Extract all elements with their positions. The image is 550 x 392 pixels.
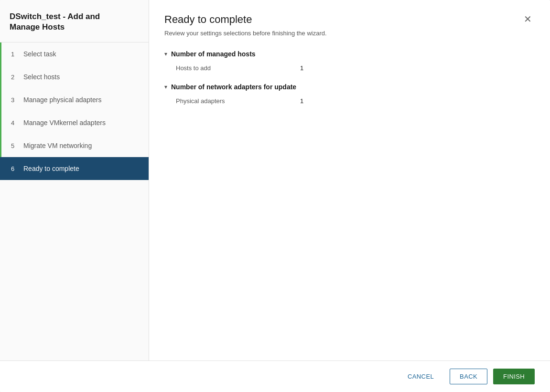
step-label: Ready to complete [23,165,79,172]
step-label: Select task [23,50,56,58]
cancel-button[interactable]: CANCEL [398,369,444,384]
close-button[interactable]: ✕ [521,13,535,25]
page-title: Ready to complete [164,13,252,26]
row-label: Physical adapters [176,97,271,105]
row-label: Hosts to add [176,64,271,72]
step-number: 5 [11,142,19,149]
close-icon: ✕ [524,14,532,24]
main-content: Ready to complete ✕ Review your settings… [149,0,550,360]
section-1: ▾Number of managed hostsHosts to add1 [164,50,535,74]
modal-body: DSwitch_test - Add and Manage Hosts 1Sel… [0,0,550,360]
sidebar-title: DSwitch_test - Add and Manage Hosts [0,0,149,42]
row-value: 1 [300,64,303,72]
section-title: Number of managed hosts [171,50,256,58]
section-title: Number of network adapters for update [171,83,296,91]
step-number: 2 [11,74,19,81]
sidebar-step-4[interactable]: 4Manage VMkernel adapters [0,111,149,134]
main-header: Ready to complete ✕ [164,13,535,26]
step-label: Migrate VM networking [23,142,92,149]
sections-container: ▾Number of managed hostsHosts to add1▾Nu… [164,50,535,116]
step-label: Manage VMkernel adapters [23,119,106,127]
section-row-1-1: Hosts to add1 [164,63,535,74]
section-row-2-1: Physical adapters1 [164,95,535,106]
step-number: 4 [11,119,19,127]
chevron-down-icon: ▾ [164,51,167,57]
row-value: 1 [300,97,303,105]
finish-button[interactable]: FINISH [493,369,535,384]
sidebar-step-3[interactable]: 3Manage physical adapters [0,88,149,111]
sidebar-step-6[interactable]: 6Ready to complete [0,157,149,180]
section-header-1[interactable]: ▾Number of managed hosts [164,50,535,58]
sidebar-step-1[interactable]: 1Select task [0,42,149,65]
modal-dialog: DSwitch_test - Add and Manage Hosts 1Sel… [0,0,550,392]
chevron-down-icon: ▾ [164,84,167,90]
page-subtitle: Review your settings selections before f… [164,30,535,37]
step-number: 1 [11,51,19,58]
modal-footer: CANCEL BACK FINISH [0,360,550,392]
section-header-2[interactable]: ▾Number of network adapters for update [164,83,535,91]
sidebar-step-2[interactable]: 2Select hosts [0,65,149,88]
sidebar-steps: 1Select task2Select hosts3Manage physica… [0,42,149,360]
step-number: 6 [11,165,19,172]
section-2: ▾Number of network adapters for updatePh… [164,83,535,106]
back-button[interactable]: BACK [450,369,487,384]
step-label: Select hosts [23,73,60,81]
step-label: Manage physical adapters [23,96,101,104]
step-number: 3 [11,96,19,104]
sidebar-step-5[interactable]: 5Migrate VM networking [0,134,149,157]
sidebar: DSwitch_test - Add and Manage Hosts 1Sel… [0,0,149,360]
